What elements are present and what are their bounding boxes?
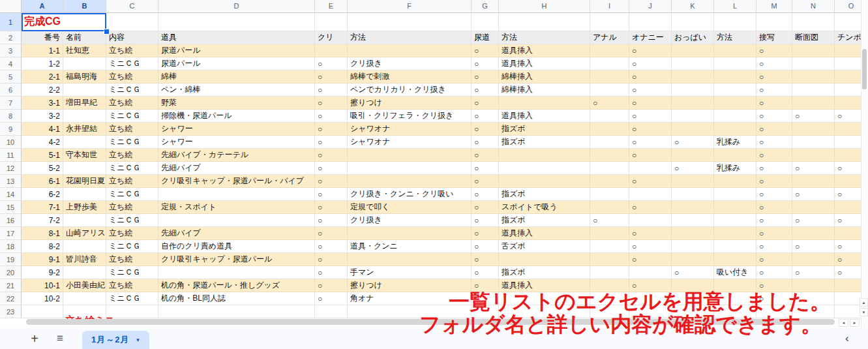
cell[interactable] (63, 188, 106, 201)
cell[interactable]: 指ズボ (499, 188, 590, 201)
cell[interactable]: ○ (471, 123, 499, 136)
column-header-C[interactable]: C (106, 0, 158, 13)
scroll-down-icon[interactable]: ▾ (860, 308, 868, 316)
cell[interactable]: 綿棒挿入 (499, 70, 590, 83)
cell[interactable] (672, 110, 714, 123)
cell[interactable] (714, 44, 756, 57)
cell[interactable] (63, 110, 106, 123)
cell[interactable]: 尿道パール (158, 57, 315, 70)
all-sheets-menu-button[interactable]: ≡ (52, 331, 68, 346)
cell[interactable]: 掃除機・尿道パール (158, 110, 315, 123)
cell[interactable]: 方法 (348, 31, 471, 44)
column-header-L[interactable]: L (714, 0, 756, 13)
cell[interactable]: 吸引・クリフェラ・クリ扱き (348, 110, 471, 123)
column-header-K[interactable]: K (672, 0, 714, 13)
cell[interactable]: 方法 (714, 31, 756, 44)
cell[interactable]: ○ (629, 201, 672, 214)
column-header-H[interactable]: H (499, 0, 590, 13)
cell[interactable]: 立ち絵 (106, 149, 158, 162)
cell[interactable] (714, 175, 756, 188)
cell[interactable] (792, 175, 835, 188)
cell[interactable] (714, 123, 756, 136)
cell[interactable] (499, 97, 590, 110)
cell[interactable]: ○ (315, 110, 348, 123)
cell[interactable] (714, 110, 756, 123)
cell[interactable]: 道具挿入 (499, 57, 590, 70)
row-header-20[interactable]: 20 (0, 266, 22, 279)
cell[interactable] (714, 149, 756, 162)
cell[interactable] (792, 149, 835, 162)
cell[interactable] (629, 214, 672, 227)
cell[interactable]: ○ (792, 162, 835, 175)
cell[interactable]: ミニＣＧ (106, 214, 158, 227)
row-header-5[interactable]: 5 (0, 70, 22, 83)
cell[interactable]: ペン・綿棒 (158, 83, 315, 97)
cell[interactable] (672, 97, 714, 110)
row-header-8[interactable]: 8 (0, 110, 22, 123)
cell[interactable]: ○ (792, 266, 835, 279)
cell[interactable]: 内容 (106, 31, 158, 44)
cell[interactable] (714, 188, 756, 201)
cell[interactable]: クリ扱き・クンニ・クリ吸い (348, 188, 471, 201)
cell[interactable]: 綿棒 (158, 70, 315, 83)
cell[interactable] (672, 175, 714, 188)
cell[interactable]: ミニＣＧ (106, 292, 158, 305)
cell[interactable]: ○ (756, 214, 792, 227)
cell[interactable]: 番号 (22, 31, 63, 44)
cell[interactable] (499, 162, 590, 175)
cell[interactable]: ○ (315, 123, 348, 136)
cell[interactable]: 机の角・BL同人誌 (158, 292, 315, 305)
cell[interactable]: ○ (756, 240, 792, 253)
add-sheet-button[interactable]: + (27, 330, 42, 347)
cell[interactable]: ○ (315, 57, 348, 70)
cell[interactable]: 立ち絵 (106, 97, 158, 110)
cell[interactable]: クリ扱き (348, 214, 471, 227)
cell[interactable]: ○ (629, 253, 672, 266)
cell[interactable]: ○ (756, 83, 792, 97)
cell[interactable]: 先細バイブ・カテーテル (158, 149, 315, 162)
cell[interactable]: 指ズボ (499, 266, 590, 279)
cell[interactable] (672, 227, 714, 240)
cell[interactable]: 3-2 (22, 110, 63, 123)
cell[interactable] (714, 201, 756, 214)
cell[interactable] (629, 188, 672, 201)
cell[interactable] (63, 214, 106, 227)
cell[interactable]: ミニＣＧ (106, 57, 158, 70)
cell[interactable]: ミニＣＧ (106, 162, 158, 175)
cell[interactable]: 5-1 (22, 149, 63, 162)
row-header-16[interactable]: 16 (0, 214, 22, 227)
cell[interactable]: 立ち絵 (106, 279, 158, 292)
cell[interactable] (672, 214, 714, 227)
cell[interactable] (22, 305, 63, 318)
cell[interactable] (348, 149, 471, 162)
cell[interactable] (348, 44, 471, 57)
cell[interactable]: ○ (471, 188, 499, 201)
cell[interactable]: ミニＣＧ (106, 240, 158, 253)
cell[interactable]: 守本知世 (63, 149, 106, 162)
cell[interactable]: 擦りつけ (348, 97, 471, 110)
cell[interactable] (63, 162, 106, 175)
cell[interactable]: ○ (471, 57, 499, 70)
cell[interactable]: 立ち絵 (106, 201, 158, 214)
select-all-corner[interactable] (0, 0, 22, 13)
cell[interactable] (792, 83, 835, 97)
cell[interactable]: ○ (471, 110, 499, 123)
row-header-21[interactable]: 21 (0, 279, 22, 292)
cell[interactable]: ○ (471, 227, 499, 240)
cell[interactable]: 上野歩美 (63, 201, 106, 214)
cell[interactable] (348, 253, 471, 266)
cell[interactable] (629, 13, 672, 31)
cell[interactable]: 社知恵 (63, 44, 106, 57)
cell[interactable]: 立ち絵 (106, 123, 158, 136)
cell[interactable]: 接写 (756, 31, 792, 44)
cell[interactable]: 7-1 (22, 201, 63, 214)
column-header-A[interactable]: A (22, 0, 63, 13)
row-header-7[interactable]: 7 (0, 97, 22, 110)
cell[interactable] (714, 70, 756, 83)
cell[interactable]: ミニＣＧ (106, 110, 158, 123)
cell[interactable] (792, 227, 835, 240)
cell[interactable] (672, 44, 714, 57)
scroll-up-icon[interactable]: ▴ (860, 298, 868, 307)
row-header-1[interactable]: 1 (0, 13, 22, 31)
cell[interactable]: ○ (471, 136, 499, 149)
